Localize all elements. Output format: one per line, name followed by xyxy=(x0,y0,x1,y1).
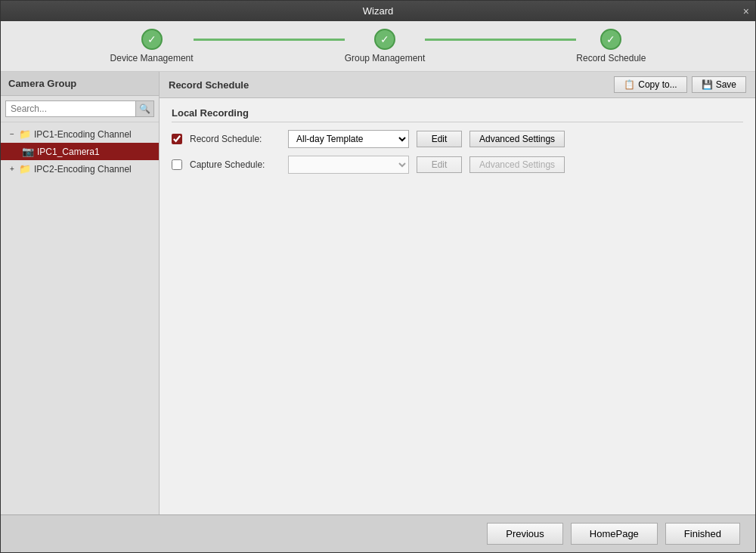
tree-label-enc2: IPC2-Encoding Channel xyxy=(34,164,132,175)
content-header: Record Schedule 📋 Copy to... 💾 Save xyxy=(160,72,755,98)
close-button[interactable]: × xyxy=(743,5,749,17)
capture-advanced-label: Advanced Settings xyxy=(479,159,555,170)
sidebar-title: Camera Group xyxy=(1,72,159,96)
save-icon: 💾 xyxy=(702,79,713,90)
sidebar: Camera Group 🔍 − 📁 IPC1-Encoding Channel… xyxy=(1,72,160,514)
record-schedule-advanced-button[interactable]: Advanced Settings xyxy=(469,131,565,147)
finished-label: Finished xyxy=(684,528,721,539)
wizard-steps: ✓ Device Management ✓ Group Management ✓… xyxy=(1,21,755,72)
capture-schedule-edit-button[interactable]: Edit xyxy=(417,156,462,173)
title-bar: Wizard × xyxy=(1,1,755,21)
folder-icon-enc1: 📁 xyxy=(19,128,31,140)
previous-label: Previous xyxy=(506,528,544,539)
folder-icon-enc2: 📁 xyxy=(19,163,31,175)
copy-icon: 📋 xyxy=(624,79,635,90)
capture-edit-label: Edit xyxy=(432,159,448,170)
tree-item-cam1[interactable]: 📷 IPC1_Camera1 xyxy=(1,143,159,160)
step-1-label: Device Management xyxy=(110,53,194,63)
capture-schedule-select[interactable] xyxy=(288,156,409,174)
search-input[interactable] xyxy=(5,100,136,117)
copy-to-button[interactable]: 📋 Copy to... xyxy=(614,76,686,93)
step-2-label: Group Management xyxy=(345,53,426,63)
finished-button[interactable]: Finished xyxy=(665,523,740,545)
record-schedule-edit-button[interactable]: Edit xyxy=(417,131,462,147)
content-panel: Record Schedule 📋 Copy to... 💾 Save Loca… xyxy=(160,72,755,514)
section-title: Local Recording xyxy=(172,107,743,122)
capture-schedule-label: Capture Schedule: xyxy=(190,159,280,170)
record-schedule-label: Record Schedule: xyxy=(190,134,280,144)
capture-schedule-row: Capture Schedule: Edit Advanced Settings xyxy=(172,156,743,174)
content-title: Record Schedule xyxy=(169,79,249,91)
step-line-1 xyxy=(194,39,345,41)
main-content: Camera Group 🔍 − 📁 IPC1-Encoding Channel… xyxy=(1,72,755,514)
camera-tree: − 📁 IPC1-Encoding Channel 📷 IPC1_Camera1… xyxy=(1,122,159,514)
record-schedule-row: Record Schedule: All-day Template Edit A… xyxy=(172,130,743,148)
save-label: Save xyxy=(716,79,736,90)
expand-icon-enc2: + xyxy=(7,164,17,175)
step-record-schedule: ✓ Record Schedule xyxy=(576,29,646,63)
record-schedule-select[interactable]: All-day Template xyxy=(288,130,409,148)
search-bar: 🔍 xyxy=(1,96,159,122)
step-1-checkmark: ✓ xyxy=(147,33,156,45)
copy-to-label: Copy to... xyxy=(638,79,677,90)
capture-schedule-checkbox[interactable] xyxy=(172,159,182,170)
header-buttons: 📋 Copy to... 💾 Save xyxy=(614,76,746,93)
step-device-management: ✓ Device Management xyxy=(110,29,194,63)
tree-label-cam1: IPC1_Camera1 xyxy=(37,147,100,157)
record-schedule-checkbox[interactable] xyxy=(172,134,182,144)
previous-button[interactable]: Previous xyxy=(487,523,563,545)
camera-icon-cam1: 📷 xyxy=(22,146,34,157)
step-2-checkmark: ✓ xyxy=(380,33,389,45)
tree-item-enc1[interactable]: − 📁 IPC1-Encoding Channel xyxy=(1,125,159,143)
step-3-checkmark: ✓ xyxy=(606,33,615,45)
record-edit-label: Edit xyxy=(432,134,448,144)
homepage-label: HomePage xyxy=(590,528,639,539)
tree-item-enc2[interactable]: + 📁 IPC2-Encoding Channel xyxy=(1,160,159,178)
main-window: Wizard × ✓ Device Management ✓ Group Man… xyxy=(0,0,756,553)
save-button[interactable]: 💾 Save xyxy=(692,76,746,93)
step-3-circle: ✓ xyxy=(600,29,621,50)
homepage-button[interactable]: HomePage xyxy=(571,523,658,545)
content-body: Local Recording Record Schedule: All-day… xyxy=(160,98,755,514)
step-2-circle: ✓ xyxy=(374,29,395,50)
window-title: Wizard xyxy=(363,5,393,17)
record-advanced-label: Advanced Settings xyxy=(479,134,555,144)
search-button[interactable]: 🔍 xyxy=(136,100,154,117)
capture-schedule-advanced-button[interactable]: Advanced Settings xyxy=(469,156,565,173)
tree-label-enc1: IPC1-Encoding Channel xyxy=(34,129,132,140)
step-3-label: Record Schedule xyxy=(576,53,646,63)
step-1-circle: ✓ xyxy=(141,29,163,50)
step-group-management: ✓ Group Management xyxy=(345,29,426,63)
expand-icon-enc1: − xyxy=(7,129,17,140)
step-line-2 xyxy=(425,39,576,41)
footer: Previous HomePage Finished xyxy=(1,514,755,552)
